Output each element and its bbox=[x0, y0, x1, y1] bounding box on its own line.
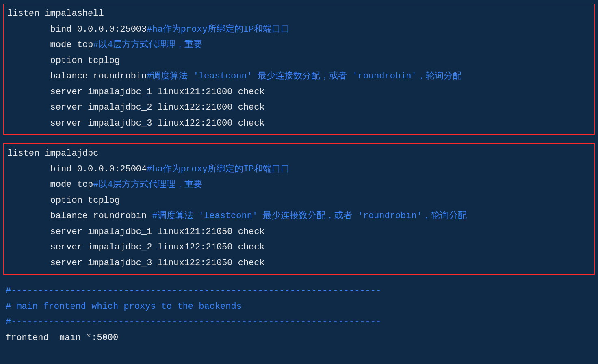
cfg-text: balance roundrobin bbox=[7, 71, 147, 81]
config-line: frontend main *:5000 bbox=[6, 330, 598, 346]
cfg-text: bind 0.0.0.0:25003 bbox=[7, 24, 147, 35]
cfg-text: balance roundrobin bbox=[7, 211, 152, 221]
cfg-comment: #---------------------------------------… bbox=[6, 286, 381, 296]
cfg-text: server impalajdbc_1 linux121:21050 check bbox=[7, 227, 265, 237]
comment-line: # main frontend which proxys to the back… bbox=[6, 299, 598, 315]
config-line: listen impalashell bbox=[7, 6, 591, 22]
config-line: balance roundrobin#调度算法 'leastconn' 最少连接… bbox=[7, 69, 591, 84]
cfg-comment: #调度算法 'leastconn' 最少连接数分配，或者 'roundrobin… bbox=[147, 71, 461, 81]
cfg-text: listen impalajdbc bbox=[7, 148, 98, 158]
cfg-comment: # main frontend which proxys to the back… bbox=[6, 301, 242, 312]
config-block-impalajdbc: listen impalajdbc bind 0.0.0.0:25004#ha作… bbox=[3, 143, 595, 275]
config-line: server impalajdbc_1 linux121:21000 check bbox=[7, 84, 591, 100]
cfg-comment: #ha作为proxy所绑定的IP和端口口 bbox=[147, 164, 290, 174]
cfg-text: mode tcp bbox=[7, 40, 93, 50]
config-line: server impalajdbc_1 linux121:21050 check bbox=[7, 224, 591, 240]
config-line: listen impalajdbc bbox=[7, 146, 591, 162]
config-line: server impalajdbc_2 linux122:21050 check bbox=[7, 240, 591, 256]
cfg-text: server impalajdbc_3 linux122:21050 check bbox=[7, 258, 265, 268]
cfg-comment: #以4层方方式代理理，重要 bbox=[93, 180, 202, 190]
cfg-comment: #调度算法 'leastconn' 最少连接数分配，或者 'roundrobin… bbox=[152, 211, 466, 221]
config-line: server impalajdbc_2 linux122:21000 check bbox=[7, 100, 591, 116]
config-line: mode tcp#以4层方方式代理理，重要 bbox=[7, 177, 591, 193]
cfg-text: server impalajdbc_3 linux122:21000 check bbox=[7, 118, 265, 128]
config-footer: #---------------------------------------… bbox=[0, 283, 598, 346]
cfg-text: frontend main *:5000 bbox=[6, 333, 118, 343]
cfg-text: server impalajdbc_1 linux121:21000 check bbox=[7, 87, 265, 97]
cfg-text: option tcplog bbox=[7, 195, 120, 206]
config-line: mode tcp#以4层方方式代理理，重要 bbox=[7, 37, 591, 53]
cfg-comment: #---------------------------------------… bbox=[6, 317, 381, 327]
config-line: server impalajdbc_3 linux122:21050 check bbox=[7, 256, 591, 271]
cfg-text: listen impalashell bbox=[7, 9, 104, 19]
config-line: balance roundrobin #调度算法 'leastconn' 最少连… bbox=[7, 208, 591, 224]
config-line: server impalajdbc_3 linux122:21000 check bbox=[7, 116, 591, 132]
cfg-text: bind 0.0.0.0:25004 bbox=[7, 164, 147, 174]
cfg-text: server impalajdbc_2 linux122:21050 check bbox=[7, 242, 265, 252]
config-block-impalashell: listen impalashell bind 0.0.0.0:25003#ha… bbox=[3, 4, 595, 135]
config-line: bind 0.0.0.0:25003#ha作为proxy所绑定的IP和端口口 bbox=[7, 22, 591, 38]
cfg-comment: #ha作为proxy所绑定的IP和端口口 bbox=[147, 24, 290, 35]
config-line: bind 0.0.0.0:25004#ha作为proxy所绑定的IP和端口口 bbox=[7, 162, 591, 178]
separator-line: #---------------------------------------… bbox=[6, 314, 598, 330]
cfg-text: mode tcp bbox=[7, 180, 93, 190]
cfg-comment: #以4层方方式代理理，重要 bbox=[93, 40, 202, 50]
cfg-text: option tcplog bbox=[7, 56, 120, 66]
separator-line: #---------------------------------------… bbox=[6, 283, 598, 299]
config-line: option tcplog bbox=[7, 53, 591, 69]
config-line: option tcplog bbox=[7, 193, 591, 209]
cfg-text: server impalajdbc_2 linux122:21000 check bbox=[7, 102, 265, 113]
